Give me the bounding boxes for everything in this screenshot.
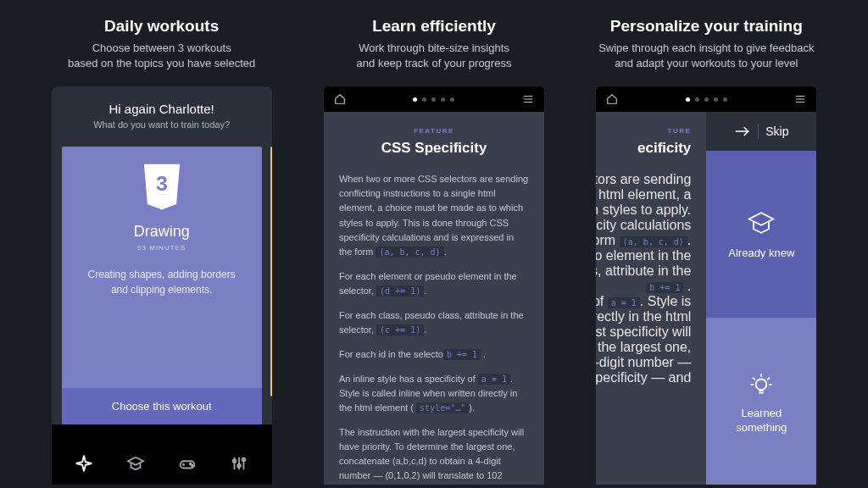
article-title: ecificity [596,140,691,157]
page-dot[interactable] [431,97,436,102]
skip-button[interactable]: Skip [706,112,816,151]
workout-card-title: Drawing [77,223,247,241]
page-dot[interactable] [704,97,709,102]
column-title: Personalize your training [598,17,814,36]
column-personalize: Personalize your training Swipe through … [587,17,826,485]
column-subtitle: Swipe through each insight to give feedb… [598,41,814,71]
code-snippet: style="…" [416,402,469,413]
column-subtitle: Choose between 3 workouts based on the t… [68,41,255,71]
svg-point-7 [756,379,767,390]
home-icon[interactable] [334,93,346,105]
page-dot[interactable] [723,97,727,102]
feedback-panel: Skip Already knew Learned something [706,112,816,485]
svg-point-3 [192,465,193,467]
article-paragraph: When two or more CSS selectors are sendi… [339,172,529,258]
already-knew-button[interactable]: Already knew [706,151,816,318]
article-body-swiped[interactable]: TURE ecificity electors are sendinga sin… [596,112,706,485]
column-learn-efficiently: Learn efficiently Work through bite-size… [314,17,553,485]
article-tag: TURE [596,127,691,135]
workout-card-time: 03 MINUTES [77,244,247,252]
svg-text:3: 3 [156,172,168,195]
article-line: electors are sendinga single html elemen… [596,172,691,248]
css3-icon: 3 [140,164,184,214]
article-line: argest specificity wille the largest one… [596,324,691,385]
article-paragraph: The instruction with the largest specifi… [339,425,529,485]
skip-label: Skip [765,125,788,138]
code-snippet: b += 1 [443,349,481,360]
code-snippet: a = 1 [478,374,510,385]
code-snippet: (c += 1) [376,324,424,336]
article-line: b += 1 . [596,279,691,294]
column-title: Daily workouts [68,17,255,36]
article-paragraph: For each element or pseudo element in th… [339,269,529,298]
article-top-bar [324,86,544,112]
page-dot[interactable] [695,97,699,102]
choose-workout-button[interactable]: Choose this workout [62,388,262,424]
graduation-cap-icon [746,208,776,238]
graduation-cap-icon [126,454,145,473]
greeting-text: Hi again Charlotte! [52,102,272,116]
learned-label: Learned something [715,407,808,435]
hamburger-icon[interactable] [522,93,534,105]
article-tag: FEATURE [339,127,529,135]
phone-mockup-personalize: TURE ecificity electors are sendinga sin… [596,86,816,485]
column-header: Daily workouts Choose between 3 workouts… [68,17,255,71]
gamepad-icon [178,454,197,473]
arrow-right-icon [734,125,751,137]
article-paragraph: For each id in the selectob += 1 . [339,347,529,362]
tab-learn[interactable] [126,454,145,476]
tab-settings[interactable] [230,454,248,476]
column-header: Learn efficiently Work through bite-size… [357,17,512,71]
sliders-icon [230,454,248,473]
page-dots [686,97,727,102]
page-dots [413,97,454,102]
column-subtitle: Work through bite-size insights and keep… [357,41,512,71]
article-line: do element in the [596,248,691,263]
page-dot[interactable] [422,97,426,102]
column-daily-workouts: Daily workouts Choose between 3 workouts… [42,17,281,485]
article-line: ass, attribute in the [596,263,691,279]
phone-mockup-article: FEATURE CSS Specificity When two or more… [324,86,544,485]
article-title: CSS Specificity [339,140,529,157]
swipe-view: TURE ecificity electors are sendinga sin… [596,112,816,485]
tab-workouts[interactable] [75,454,93,476]
page-dot[interactable] [413,97,417,102]
page-dot[interactable] [441,97,445,102]
page-dot[interactable] [686,97,690,102]
greeting-subtext: What do you want to train today? [52,119,272,130]
article-line: ficity of a = 1. Style isdirectly in the… [596,294,691,324]
workout-card-desc: Creating shapes, adding borders and clip… [77,267,247,297]
tab-games[interactable] [178,454,197,476]
sparkle-icon [75,454,93,473]
learned-something-button[interactable]: Learned something [706,318,816,485]
workout-card-area: 3 Drawing 03 MINUTES Creating shapes, ad… [52,136,272,424]
workout-card[interactable]: 3 Drawing 03 MINUTES Creating shapes, ad… [62,147,262,424]
divider [758,124,759,139]
article-paragraph: An inline style has a specificity of a =… [339,372,529,415]
already-knew-label: Already knew [728,247,794,261]
code-snippet: (a, b, c, d) [376,247,443,258]
bottom-tab-bar [52,446,272,485]
lightbulb-icon [746,368,776,398]
page-dot[interactable] [714,97,718,102]
next-card-peek[interactable] [270,147,272,396]
code-snippet: (d += 1) [376,286,424,297]
hamburger-icon[interactable] [794,93,806,105]
greeting-bar: Hi again Charlotte! What do you want to … [52,86,272,136]
article-paragraph: For each class, pseudo class, attribute … [339,308,529,337]
phone-mockup-workouts: Hi again Charlotte! What do you want to … [52,86,272,485]
column-title: Learn efficiently [357,17,512,36]
column-header: Personalize your training Swipe through … [598,17,814,71]
article-body[interactable]: FEATURE CSS Specificity When two or more… [324,112,544,485]
page-dot[interactable] [450,97,454,102]
home-icon[interactable] [606,93,618,105]
article-top-bar [596,86,816,112]
